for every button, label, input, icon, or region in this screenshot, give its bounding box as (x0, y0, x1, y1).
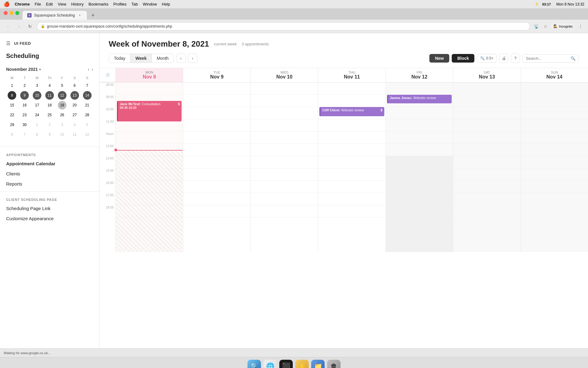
search-input[interactable] (526, 56, 569, 61)
day-header-friday[interactable]: FRI Nov 12 (386, 68, 453, 82)
search-box[interactable]: 🔍 (522, 54, 579, 63)
mini-cal-day-11[interactable]: 11 (45, 91, 54, 100)
mini-cal-day-dec-7[interactable]: 7 (20, 130, 29, 139)
today-button[interactable]: Today (109, 54, 130, 63)
event-james-jonas[interactable]: James Jonas: Website review (387, 95, 452, 103)
sidebar-item-clients[interactable]: Clients (0, 169, 99, 179)
mini-cal-day-dec-1[interactable]: 1 (33, 121, 41, 129)
mini-cal-day-16[interactable]: 16 (20, 101, 29, 109)
day-col-tuesday[interactable] (183, 82, 250, 252)
month-button[interactable]: Month (152, 54, 174, 63)
mini-cal-day-30[interactable]: 30 (20, 121, 29, 129)
bookmarks-menu[interactable]: Bookmarks (89, 2, 108, 6)
history-menu[interactable]: History (71, 2, 83, 6)
dock-finder[interactable]: 🔍 (247, 360, 261, 368)
sidebar-item-customize-appearance[interactable]: Customize Appearance (0, 213, 99, 224)
prev-week-button[interactable]: ‹ (176, 54, 186, 63)
mini-cal-day-28[interactable]: 28 (83, 111, 92, 119)
mini-cal-day-27[interactable]: 27 (70, 111, 79, 119)
mini-cal-day-25[interactable]: 25 (45, 111, 54, 119)
back-button[interactable]: ‹ (4, 22, 12, 31)
dock-chrome[interactable]: 🌐 (263, 360, 277, 368)
tab-menu[interactable]: Tab (131, 2, 138, 6)
mini-cal-day-dec-10[interactable]: 10 (58, 130, 66, 139)
day-header-tuesday[interactable]: TUE Nov 9 (183, 68, 250, 82)
mini-cal-day-18[interactable]: 18 (45, 101, 54, 109)
mini-cal-day-29[interactable]: 29 (8, 121, 16, 129)
day-header-wednesday[interactable]: WED Nov 10 (251, 68, 318, 82)
mini-cal-day-5[interactable]: 5 (58, 81, 66, 90)
apple-menu[interactable]: 🍎 (4, 1, 10, 7)
mini-cal-day-23[interactable]: 23 (20, 111, 29, 119)
day-col-saturday[interactable] (453, 82, 520, 252)
mini-cal-day-19[interactable]: 19 (58, 101, 66, 109)
week-button[interactable]: Week (130, 54, 151, 63)
mini-cal-next[interactable]: › (92, 67, 93, 72)
day-header-thursday[interactable]: THU Nov 11 (318, 68, 385, 82)
cast-icon[interactable]: 📡 (533, 23, 540, 30)
file-menu[interactable]: File (35, 2, 41, 6)
day-col-sunday[interactable] (521, 82, 588, 252)
mini-cal-day-22[interactable]: 22 (8, 111, 16, 119)
mini-cal-month-label[interactable]: November 2021 ▾ (6, 67, 41, 72)
mini-cal-day-dec-2[interactable]: 2 (45, 121, 54, 129)
day-header-monday[interactable]: MON Nov 8 (115, 68, 183, 82)
tab-close-button[interactable]: × (77, 13, 82, 18)
mini-cal-day-dec-9[interactable]: 9 (45, 130, 54, 139)
profiles-menu[interactable]: Profiles (113, 2, 126, 6)
mini-cal-day-26[interactable]: 26 (58, 111, 66, 119)
sidebar-item-scheduling-page-link[interactable]: Scheduling Page Link (0, 203, 99, 213)
mini-cal-day-9[interactable]: 9 (20, 91, 29, 100)
chrome-menu[interactable]: Chrome (15, 2, 30, 6)
new-appointment-button[interactable]: New (429, 54, 449, 63)
day-col-thursday[interactable]: Cliff Client: Website review $ (318, 82, 385, 252)
dock-app-2[interactable]: 📁 (311, 360, 325, 368)
event-cliff-client[interactable]: Cliff Client: Website review $ (319, 107, 384, 116)
next-week-button[interactable]: › (188, 54, 197, 63)
mini-cal-day-10[interactable]: 10 (33, 91, 41, 100)
day-col-wednesday[interactable] (251, 82, 318, 252)
dock-app-1[interactable]: ⚡ (295, 360, 309, 368)
mini-cal-day-13[interactable]: 13 (70, 91, 79, 100)
mini-cal-day-21[interactable]: 21 (83, 101, 92, 109)
close-window-button[interactable] (4, 11, 8, 15)
mini-cal-day-dec-11[interactable]: 11 (70, 130, 79, 139)
dock-trash[interactable]: 🗑 (327, 360, 341, 368)
mini-cal-day-1[interactable]: 1 (8, 81, 16, 90)
maximize-window-button[interactable] (15, 11, 19, 15)
day-col-friday[interactable]: James Jonas: Website review (386, 82, 453, 252)
mini-cal-day-dec-6[interactable]: 6 (8, 130, 16, 139)
day-header-saturday[interactable]: SAT Nov 13 (453, 68, 520, 82)
mini-cal-day-6[interactable]: 6 (70, 81, 79, 90)
print-button[interactable]: 🖨 (499, 54, 508, 63)
mini-cal-day-17[interactable]: 17 (33, 101, 41, 109)
event-jane-mctest[interactable]: Jane McTest: Consultation $ 09:30-10:20 (117, 101, 182, 121)
reload-button[interactable]: ↻ (26, 22, 34, 31)
mini-cal-day-24[interactable]: 24 (33, 111, 41, 119)
day-col-monday[interactable]: Jane McTest: Consultation $ 09:30-10:20 (115, 82, 183, 252)
help-menu[interactable]: Help (162, 2, 170, 6)
mini-cal-day-7[interactable]: 7 (83, 81, 92, 90)
mini-cal-day-dec-12[interactable]: 12 (83, 130, 92, 139)
mini-cal-day-20[interactable]: 20 (70, 101, 79, 109)
mini-cal-day-dec-5[interactable]: 5 (83, 121, 92, 129)
view-menu[interactable]: View (58, 2, 66, 6)
mini-cal-day-15[interactable]: 15 (8, 101, 16, 109)
mini-cal-day-8[interactable]: 8 (8, 91, 16, 100)
mini-cal-day-2[interactable]: 2 (20, 81, 29, 90)
more-options-icon[interactable]: ⋮ (577, 23, 584, 30)
mini-cal-day-3[interactable]: 3 (33, 81, 41, 90)
mini-cal-day-dec-3[interactable]: 3 (58, 121, 66, 129)
help-button[interactable]: ? (511, 54, 520, 63)
sidebar-item-appointment-calendar[interactable]: Appointment Calendar (0, 159, 99, 169)
mini-cal-prev[interactable]: ‹ (88, 67, 89, 72)
window-menu[interactable]: Window (143, 2, 157, 6)
mini-cal-day-4[interactable]: 4 (45, 81, 54, 90)
day-header-sunday[interactable]: SUN Nov 14 (521, 68, 588, 82)
mini-cal-day-12[interactable]: 12 (58, 91, 66, 100)
mini-cal-day-dec-4[interactable]: 4 (70, 121, 79, 129)
forward-button[interactable]: › (15, 22, 23, 31)
active-tab[interactable]: S Squarespace Scheduling × (22, 10, 87, 20)
minimize-window-button[interactable] (9, 11, 13, 15)
dock-terminal[interactable]: ⬛ (279, 360, 293, 368)
